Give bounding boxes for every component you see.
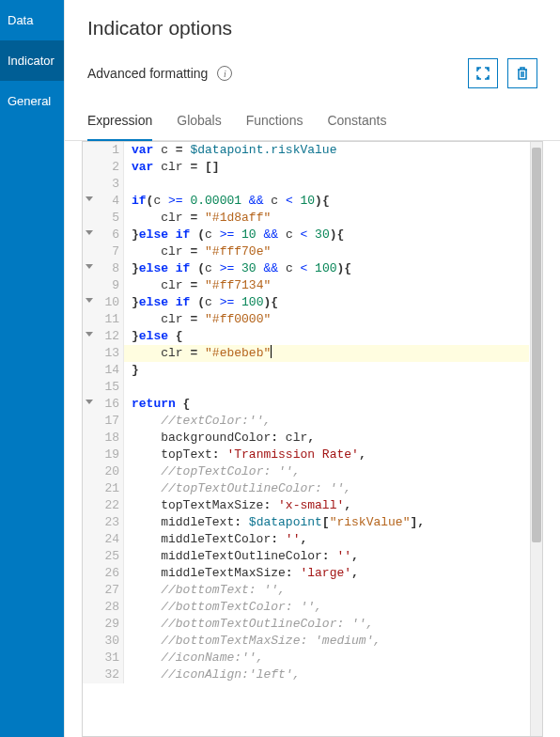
- code-content[interactable]: topTextMaxSize: 'x-small',: [124, 497, 351, 514]
- code-content[interactable]: [124, 176, 132, 193]
- editor-scrollbar[interactable]: [530, 142, 542, 736]
- line-number: 11: [83, 311, 124, 328]
- code-line[interactable]: 24 middleTextColor: '',: [83, 531, 529, 548]
- code-line[interactable]: 25 middleTextOutlineColor: '',: [83, 548, 529, 565]
- sidebar-item-indicator[interactable]: Indicator: [0, 40, 64, 81]
- code-line[interactable]: 32 //iconAlign:'left',: [83, 666, 529, 683]
- line-number: 13: [83, 345, 124, 362]
- code-line[interactable]: 15: [83, 379, 529, 396]
- fold-icon[interactable]: [86, 298, 93, 303]
- code-content[interactable]: var c = $datapoint.riskValue: [124, 142, 336, 159]
- code-content[interactable]: clr = "#fff70e": [124, 243, 271, 260]
- sidebar-item-data[interactable]: Data: [0, 0, 64, 40]
- sidebar-item-general[interactable]: General: [0, 81, 64, 121]
- code-content[interactable]: if(c >= 0.00001 && c < 10){: [124, 193, 330, 210]
- fold-icon[interactable]: [86, 230, 93, 235]
- code-content[interactable]: clr = "#1d8aff": [124, 210, 271, 227]
- code-content[interactable]: //iconAlign:'left',: [124, 666, 300, 683]
- code-content[interactable]: }: [124, 362, 139, 379]
- code-line[interactable]: 11 clr = "#ff0000": [83, 311, 529, 328]
- code-content[interactable]: backgroundColor: clr,: [124, 430, 315, 447]
- code-line[interactable]: 19 topText: 'Tranmission Rate',: [83, 447, 529, 463]
- code-line[interactable]: 22 topTextMaxSize: 'x-small',: [83, 497, 529, 514]
- code-content[interactable]: middleTextMaxSize: 'large',: [124, 565, 359, 582]
- code-content[interactable]: topText: 'Tranmission Rate',: [124, 447, 366, 463]
- code-content[interactable]: //topTextOutlineColor: '',: [124, 480, 351, 497]
- code-line[interactable]: 6}else if (c >= 10 && c < 30){: [83, 227, 529, 243]
- fold-icon[interactable]: [86, 332, 93, 337]
- code-content[interactable]: return {: [124, 396, 190, 413]
- code-content[interactable]: clr = "#ff0000": [124, 311, 271, 328]
- code-line[interactable]: 28 //bottomTextColor: '',: [83, 599, 529, 616]
- delete-button[interactable]: [507, 58, 537, 88]
- code-content[interactable]: //topTextColor: '',: [124, 463, 300, 480]
- code-line[interactable]: 14}: [83, 362, 529, 379]
- line-number: 29: [83, 616, 124, 633]
- line-number: 10: [83, 294, 124, 311]
- scrollbar-thumb[interactable]: [532, 148, 541, 542]
- code-content[interactable]: //iconName:'',: [124, 650, 263, 666]
- code-content[interactable]: middleTextColor: '',: [124, 531, 307, 548]
- page-title: Indicator options: [65, 0, 560, 49]
- code-line[interactable]: 30 //bottomTextMaxSize: 'medium',: [83, 633, 529, 650]
- code-line[interactable]: 7 clr = "#fff70e": [83, 243, 529, 260]
- line-number: 5: [83, 210, 124, 227]
- line-number: 28: [83, 599, 124, 616]
- fold-icon[interactable]: [86, 400, 93, 404]
- line-number: 16: [83, 396, 124, 413]
- code-line[interactable]: 4if(c >= 0.00001 && c < 10){: [83, 193, 529, 210]
- code-content[interactable]: }else if (c >= 100){: [124, 294, 278, 311]
- code-content[interactable]: //bottomTextOutlineColor: '',: [124, 616, 373, 633]
- code-line[interactable]: 5 clr = "#1d8aff": [83, 210, 529, 227]
- tab-globals[interactable]: Globals: [177, 103, 221, 141]
- code-line[interactable]: 13 clr = "#ebebeb": [83, 345, 529, 362]
- code-content[interactable]: //bottomTextMaxSize: 'medium',: [124, 633, 381, 650]
- expand-button[interactable]: [468, 58, 498, 88]
- line-number: 8: [83, 260, 124, 277]
- info-icon[interactable]: i: [217, 66, 232, 81]
- code-content[interactable]: //bottomText: '',: [124, 582, 286, 599]
- code-line[interactable]: 9 clr = "#ff7134": [83, 277, 529, 294]
- code-line[interactable]: 3: [83, 176, 529, 193]
- code-line[interactable]: 21 //topTextOutlineColor: '',: [83, 480, 529, 497]
- code-line[interactable]: 26 middleTextMaxSize: 'large',: [83, 565, 529, 582]
- code-content[interactable]: clr = "#ff7134": [124, 277, 271, 294]
- line-number: 19: [83, 447, 124, 463]
- code-content[interactable]: }else if (c >= 10 && c < 30){: [124, 227, 344, 243]
- code-content[interactable]: middleTextOutlineColor: '',: [124, 548, 359, 565]
- code-content[interactable]: //textColor:'',: [124, 413, 271, 430]
- code-line[interactable]: 8}else if (c >= 30 && c < 100){: [83, 260, 529, 277]
- fold-icon[interactable]: [86, 264, 93, 269]
- code-line[interactable]: 23 middleText: $datapoint["riskValue"],: [83, 514, 529, 531]
- code-editor[interactable]: 1var c = $datapoint.riskValue2var clr = …: [82, 141, 543, 737]
- line-number: 27: [83, 582, 124, 599]
- code-line[interactable]: 20 //topTextColor: '',: [83, 463, 529, 480]
- code-line[interactable]: 27 //bottomText: '',: [83, 582, 529, 599]
- code-line[interactable]: 17 //textColor:'',: [83, 413, 529, 430]
- code-content[interactable]: //bottomTextColor: '',: [124, 599, 322, 616]
- code-content[interactable]: middleText: $datapoint["riskValue"],: [124, 514, 425, 531]
- code-line[interactable]: 10}else if (c >= 100){: [83, 294, 529, 311]
- line-number: 25: [83, 548, 124, 565]
- code-line[interactable]: 1var c = $datapoint.riskValue: [83, 142, 529, 159]
- line-number: 22: [83, 497, 124, 514]
- fold-icon[interactable]: [86, 196, 93, 201]
- settings-sidebar: Data Indicator General: [0, 0, 64, 737]
- code-line[interactable]: 31 //iconName:'',: [83, 650, 529, 666]
- tab-expression[interactable]: Expression: [87, 103, 152, 141]
- code-content[interactable]: clr = "#ebebeb": [124, 345, 272, 362]
- tab-functions[interactable]: Functions: [246, 103, 303, 141]
- code-line[interactable]: 16return {: [83, 396, 529, 413]
- code-line[interactable]: 29 //bottomTextOutlineColor: '',: [83, 616, 529, 633]
- subheader: Advanced formatting i: [65, 49, 560, 103]
- code-line[interactable]: 12}else {: [83, 328, 529, 345]
- code-content[interactable]: var clr = []: [124, 159, 220, 176]
- code-content[interactable]: [124, 379, 132, 396]
- line-number: 26: [83, 565, 124, 582]
- code-content[interactable]: }else if (c >= 30 && c < 100){: [124, 260, 351, 277]
- code-line[interactable]: 18 backgroundColor: clr,: [83, 430, 529, 447]
- tab-constants[interactable]: Constants: [327, 103, 386, 141]
- code-line[interactable]: 2var clr = []: [83, 159, 529, 176]
- code-content[interactable]: }else {: [124, 328, 183, 345]
- line-number: 30: [83, 633, 124, 650]
